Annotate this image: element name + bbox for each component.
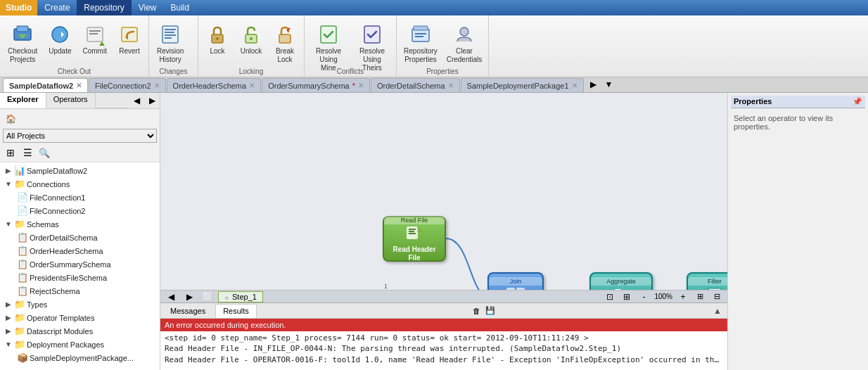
tree-expander[interactable]: ▶: [4, 314, 13, 322]
menu-create[interactable]: Create: [37, 0, 77, 15]
step-icon: ⬦: [224, 293, 229, 301]
tree-item-schemas[interactable]: ▼ 📁 Schemas: [1, 217, 158, 231]
break-lock-button[interactable]: BreakLock: [269, 20, 301, 68]
properties-group-label: Properties: [397, 68, 488, 75]
sidebar-expand[interactable]: ▶: [144, 93, 160, 108]
nav-home[interactable]: 🏠: [3, 111, 18, 127]
repo-properties-label: RepositoryProperties: [404, 47, 438, 64]
step-tab[interactable]: ⬦ Step_1: [218, 291, 263, 302]
folder-icon: 📁: [14, 219, 25, 229]
tab-close[interactable]: ✕: [572, 82, 577, 89]
tree-label: SampleDataflow2: [27, 167, 87, 175]
update-label: Update: [49, 47, 71, 56]
ribbon: CheckoutProjects Update Commit Revert: [0, 15, 868, 77]
tab-orderdetailschema[interactable]: OrderDetailSchema ✕: [371, 78, 460, 92]
sidebar-tab-operators[interactable]: Operators: [46, 93, 96, 108]
revision-history-label: RevisionHistory: [157, 47, 184, 64]
menu-view[interactable]: View: [132, 0, 164, 15]
canvas[interactable]: 1 →1 →1 →1 1 1 Read File Read HeaderFile: [160, 93, 727, 290]
menu-build[interactable]: Build: [164, 0, 197, 15]
tree-item-connections[interactable]: ▼ 📁 Connections: [1, 177, 158, 191]
tree-item-sampledataflow2[interactable]: ▶ 📊 SampleDataflow2: [1, 164, 158, 177]
list-view-btn[interactable]: ☰: [20, 145, 35, 160]
search-btn[interactable]: 🔍: [37, 145, 52, 160]
resolve-theirs-icon: [361, 23, 383, 46]
tree-expander[interactable]: ▶: [4, 167, 13, 175]
node-join[interactable]: Join Join: [487, 272, 544, 290]
revert-button[interactable]: Revert: [113, 20, 146, 59]
properties-pin-icon[interactable]: 📌: [853, 97, 862, 106]
tab-sampledataflow2[interactable]: SampleDataflow2 ✕: [3, 78, 88, 92]
tree-item-presidentsfileschema[interactable]: 📋 PresidentsFileSchema: [1, 271, 158, 284]
tree-item-types[interactable]: ▶ 📁 Types: [1, 298, 158, 311]
project-select[interactable]: All Projects: [3, 129, 157, 143]
tree-expander[interactable]: ▼: [4, 180, 13, 189]
tree-expander[interactable]: ▼: [4, 220, 13, 229]
tab-menu[interactable]: ▼: [601, 77, 617, 92]
node-aggregate[interactable]: Aggregate Σ Aggregate 1: [589, 272, 653, 290]
sidebar-collapse[interactable]: ◀: [129, 93, 144, 108]
collapse-bottom-panel[interactable]: ▲: [710, 306, 725, 316]
tab-scroll-right[interactable]: ▶: [586, 77, 601, 92]
clear-log-btn[interactable]: 🗑: [470, 305, 483, 317]
svg-rect-24: [412, 29, 429, 42]
tab-messages[interactable]: Messages: [163, 304, 212, 318]
tree-item-datascript[interactable]: ▶ 📁 Datascript Modules: [1, 324, 158, 338]
ribbon-buttons-locking: Lock Unlock BreakLock: [201, 17, 301, 75]
tree-label: OrderSummarySchema: [30, 260, 111, 269]
canvas-nav: ◀ ▶ ⬜ ⬦ Step_1 ⊡ ⊞ - 100% + ⊞ ⊟: [160, 290, 727, 302]
tab-label: SampleDeploymentPackage1: [467, 82, 569, 90]
locking-group-label: Locking: [198, 68, 304, 75]
tab-fileconnection2[interactable]: FileConnection2 ✕: [89, 78, 166, 92]
revision-history-button[interactable]: RevisionHistory: [152, 20, 189, 68]
tree-expander[interactable]: ▼: [4, 340, 13, 349]
update-button[interactable]: Update: [44, 20, 76, 59]
save-log-btn[interactable]: 💾: [484, 305, 497, 317]
lock-button[interactable]: Lock: [201, 20, 234, 59]
tree-item-deployment-packages[interactable]: ▼ 📁 Deployment Packages: [1, 338, 158, 351]
tree-item-fileconnection1[interactable]: 📄 FileConnection1: [1, 191, 158, 204]
tab-close[interactable]: ✕: [448, 82, 454, 89]
tree-item-orderheaderschema[interactable]: 📋 OrderHeaderSchema: [1, 244, 158, 257]
unlock-button[interactable]: Unlock: [235, 20, 267, 59]
clear-credentials-button[interactable]: ClearCredentials: [443, 20, 485, 68]
break-lock-label: BreakLock: [276, 47, 294, 64]
tab-label: OrderSummarySchema: [268, 82, 350, 90]
node-filter[interactable]: Filter Filter 1: [687, 272, 727, 290]
commit-button[interactable]: Commit: [78, 20, 112, 59]
tab-orderheaderschema[interactable]: OrderHeaderSchema ✕: [167, 78, 262, 92]
tab-close[interactable]: ✕: [154, 82, 160, 89]
revert-icon: [118, 23, 141, 46]
sidebar-tab-explorer[interactable]: Explorer: [0, 93, 46, 108]
tree-item-rejectschema[interactable]: 📋 RejectSchema: [1, 284, 158, 298]
tree-expander[interactable]: ▶: [4, 300, 13, 309]
tree-item-ordersummaryschema[interactable]: 📋 OrderSummarySchema: [1, 257, 158, 271]
menu-repository[interactable]: Repository: [77, 0, 131, 15]
main-layout: Explorer Operators ◀ ▶ 🏠 All Projects ⊞ …: [0, 93, 868, 370]
tab-close[interactable]: ✕: [358, 82, 364, 89]
tree-item-orderdetailschema[interactable]: 📋 OrderDetailSchema: [1, 231, 158, 244]
checkout-button[interactable]: CheckoutProjects: [3, 20, 42, 68]
brand-button[interactable]: Studio: [0, 0, 37, 15]
tree-item-operator-templates[interactable]: ▶ 📁 Operator Templates: [1, 311, 158, 324]
lock-icon: [206, 23, 229, 46]
ribbon-group-checkout: CheckoutProjects Update Commit Revert: [0, 15, 149, 77]
repo-properties-button[interactable]: RepositoryProperties: [400, 20, 442, 68]
checkout-icon: [11, 23, 34, 46]
clear-credentials-label: ClearCredentials: [447, 47, 483, 64]
tree-item-fileconnection2[interactable]: 📄 FileConnection2: [1, 204, 158, 217]
tab-close[interactable]: ✕: [249, 82, 255, 89]
tree-item-sampledeployment[interactable]: 📦 SampleDeploymentPackage...: [1, 351, 158, 364]
node-read-header[interactable]: Read File Read HeaderFile: [383, 216, 446, 262]
tab-results[interactable]: Results: [215, 304, 257, 318]
update-icon: [49, 23, 71, 46]
repo-properties-icon: [409, 23, 432, 46]
tree-view-btn[interactable]: ⊞: [3, 145, 18, 160]
tab-label: OrderHeaderSchema: [173, 82, 247, 90]
tab-ordersummaryschema[interactable]: OrderSummarySchema * ✕: [262, 78, 370, 92]
tab-sampledeploymentpackage[interactable]: SampleDeploymentPackage1 ✕: [461, 78, 584, 92]
canvas-area: 1 →1 →1 →1 1 1 Read File Read HeaderFile: [160, 93, 727, 370]
tab-close[interactable]: ✕: [76, 82, 82, 89]
tree-expander[interactable]: ▶: [4, 327, 13, 336]
properties-title-label: Properties: [734, 97, 772, 106]
